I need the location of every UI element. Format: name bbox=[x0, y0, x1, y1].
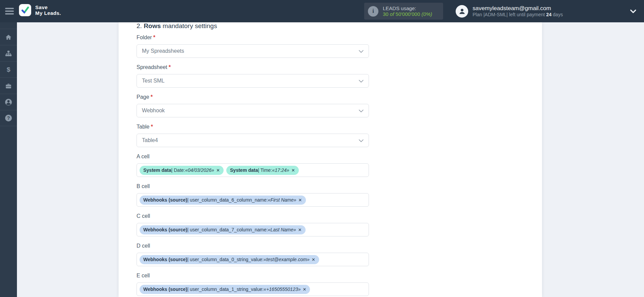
sidebar-item-billing[interactable]: $ bbox=[0, 61, 17, 77]
mapping-tag[interactable]: Webhooks (source) | user_column_data_6_c… bbox=[140, 196, 306, 205]
chevron-down-icon bbox=[359, 110, 363, 112]
remove-tag-icon[interactable]: ✕ bbox=[298, 227, 302, 232]
remove-tag-icon[interactable]: ✕ bbox=[216, 168, 220, 173]
form-column: 2. Rows mandatory settings Folder* My Sp… bbox=[137, 22, 369, 296]
field-page: Page* Webhook bbox=[137, 94, 369, 117]
account-plan: Plan |ADM-SML| left until payment 24 day… bbox=[473, 12, 563, 18]
fields-root: Folder* My Spreadsheets Spreadsheet* Tes… bbox=[137, 35, 369, 296]
chevron-down-icon bbox=[359, 139, 363, 142]
field-label: Page* bbox=[137, 94, 369, 100]
mapping-field[interactable]: Webhooks (source) | user_column_data_1_s… bbox=[137, 282, 369, 296]
home-icon bbox=[5, 33, 12, 41]
mapping-field[interactable]: System data | Date: «04/03/2026»✕ System… bbox=[137, 163, 369, 177]
logo[interactable]: Save My Leads. bbox=[19, 4, 61, 16]
settings-card: 2. Rows mandatory settings Folder* My Sp… bbox=[119, 22, 542, 297]
leads-usage-value: 30 of 50'000'000 (0%) bbox=[383, 11, 432, 17]
mapping-tag[interactable]: System data | Date: «04/03/2026»✕ bbox=[140, 166, 224, 175]
remove-tag-icon[interactable]: ✕ bbox=[303, 287, 307, 292]
mapping-tag[interactable]: Webhooks (source) | user_column_data_7_c… bbox=[140, 225, 306, 234]
field-label: A cell bbox=[137, 154, 369, 160]
dollar-icon: $ bbox=[5, 66, 12, 74]
select-value: My Spreadsheets bbox=[142, 48, 184, 54]
app-header: Save My Leads. i LEADS usage: 30 of 50'0… bbox=[0, 0, 644, 22]
sidebar-item-home[interactable] bbox=[0, 29, 17, 45]
mapping-tag[interactable]: Webhooks (source) | user_column_data_1_s… bbox=[140, 285, 310, 294]
chevron-down-icon bbox=[359, 50, 363, 53]
required-asterisk: * bbox=[151, 124, 153, 130]
required-asterisk: * bbox=[150, 94, 152, 100]
field-label: B cell bbox=[137, 183, 369, 189]
user-avatar-icon bbox=[456, 5, 468, 18]
field-table: Table* Table4 bbox=[137, 124, 369, 147]
sidebar-item-services[interactable] bbox=[0, 77, 17, 94]
field-label: Folder* bbox=[137, 35, 369, 41]
account-email: savemyleadsteam@gmail.com bbox=[473, 5, 563, 12]
mapping-field[interactable]: Webhooks (source) | user_column_data_6_c… bbox=[137, 193, 369, 207]
remove-tag-icon[interactable]: ✕ bbox=[291, 168, 295, 173]
logo-text: Save My Leads. bbox=[35, 4, 61, 16]
required-asterisk: * bbox=[169, 64, 171, 70]
logo-checkmark-icon bbox=[19, 4, 31, 16]
info-icon: i bbox=[368, 6, 378, 17]
sidebar-item-connections[interactable] bbox=[0, 45, 17, 61]
briefcase-icon bbox=[5, 82, 12, 90]
profile-icon bbox=[4, 98, 13, 106]
help-icon: ? bbox=[4, 114, 13, 122]
svg-text:?: ? bbox=[7, 115, 10, 121]
field-b-cell: B cell Webhooks (source) | user_column_d… bbox=[137, 183, 369, 207]
chevron-down-icon bbox=[359, 80, 363, 83]
remove-tag-icon[interactable]: ✕ bbox=[312, 257, 315, 262]
field-e-cell: E cell Webhooks (source) | user_column_d… bbox=[137, 273, 369, 296]
leads-usage-widget[interactable]: i LEADS usage: 30 of 50'000'000 (0%) bbox=[364, 3, 443, 20]
account-menu[interactable]: savemyleadsteam@gmail.com Plan |ADM-SML|… bbox=[456, 0, 563, 22]
field-label: C cell bbox=[137, 213, 369, 219]
sitemap-icon bbox=[5, 50, 12, 57]
select-value: Webhook bbox=[142, 108, 165, 114]
section-heading: 2. Rows mandatory settings bbox=[137, 23, 369, 29]
required-asterisk: * bbox=[153, 35, 155, 40]
mapping-tag[interactable]: System data | Time: «17:24»✕ bbox=[226, 166, 299, 175]
select-value: Table4 bbox=[142, 137, 158, 143]
select-value: Test SML bbox=[142, 78, 165, 84]
hamburger-menu-icon[interactable] bbox=[5, 8, 14, 15]
field-c-cell: C cell Webhooks (source) | user_column_d… bbox=[137, 213, 369, 236]
mapping-field[interactable]: Webhooks (source) | user_column_data_0_s… bbox=[137, 253, 369, 266]
field-folder: Folder* My Spreadsheets bbox=[137, 35, 369, 58]
sidebar-item-help[interactable]: ? bbox=[0, 110, 17, 126]
select-dropdown[interactable]: My Spreadsheets bbox=[137, 44, 369, 58]
leads-usage-label: LEADS usage: bbox=[383, 5, 432, 11]
select-dropdown[interactable]: Webhook bbox=[137, 104, 369, 117]
sidebar: $ ? bbox=[0, 22, 17, 297]
field-a-cell: A cell System data | Date: «04/03/2026»✕… bbox=[137, 154, 369, 177]
chevron-down-icon[interactable] bbox=[630, 8, 636, 15]
field-spreadsheet: Spreadsheet* Test SML bbox=[137, 64, 369, 88]
field-label: D cell bbox=[137, 243, 369, 249]
field-label: Table* bbox=[137, 124, 369, 130]
select-dropdown[interactable]: Table4 bbox=[137, 134, 369, 147]
field-label: Spreadsheet* bbox=[137, 64, 369, 70]
svg-text:$: $ bbox=[7, 66, 11, 73]
sidebar-nav: $ ? bbox=[0, 29, 17, 126]
mapping-tag[interactable]: Webhooks (source) | user_column_data_0_s… bbox=[140, 255, 319, 264]
field-label: E cell bbox=[137, 273, 369, 279]
mapping-field[interactable]: Webhooks (source) | user_column_data_7_c… bbox=[137, 223, 369, 236]
sidebar-item-profile[interactable] bbox=[0, 94, 17, 110]
select-dropdown[interactable]: Test SML bbox=[137, 74, 369, 88]
field-d-cell: D cell Webhooks (source) | user_column_d… bbox=[137, 243, 369, 266]
remove-tag-icon[interactable]: ✕ bbox=[298, 198, 302, 203]
